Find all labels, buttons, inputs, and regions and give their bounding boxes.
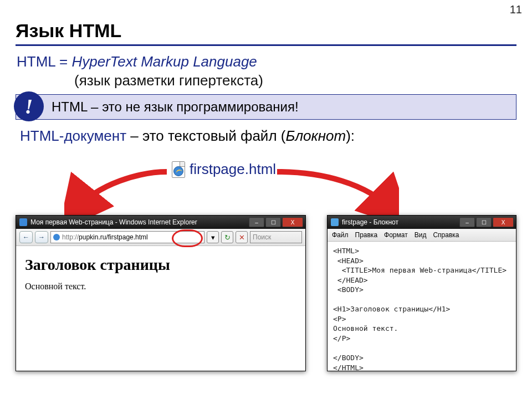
doc-line-italic: Блокнот <box>285 127 346 144</box>
refresh-button[interactable]: ↻ <box>221 231 233 243</box>
maximize-button[interactable]: ☐ <box>476 217 492 227</box>
definition-line-2: (язык разметки гипертекста) <box>74 72 263 89</box>
nav-back-button[interactable]: ← <box>19 231 33 243</box>
stop-button[interactable]: ✕ <box>236 231 248 243</box>
notepad-title: firstpage - Блокнот <box>342 218 398 226</box>
notepad-menubar: Файл Правка Формат Вид Справка <box>328 229 516 242</box>
browser-viewport: Заголовок страницы Основной текст. <box>16 246 305 299</box>
notepad-window: firstpage - Блокнот – ☐ X Файл Правка Фо… <box>327 215 516 371</box>
page-heading: Заголовок страницы <box>25 256 296 274</box>
minimize-button[interactable]: – <box>459 217 475 227</box>
page-number: 11 <box>510 3 522 16</box>
alert-box: ! HTML – это не язык программирования! <box>16 94 516 120</box>
close-button[interactable]: X <box>493 217 514 227</box>
nav-forward-button[interactable]: → <box>35 231 48 243</box>
arrow-left-icon <box>64 166 170 216</box>
slide-title: Язык HTML <box>16 20 121 42</box>
search-input[interactable]: Поиск <box>250 231 302 243</box>
address-protocol: http:// <box>62 233 79 241</box>
address-url: pupkin.ru/firstpage.html <box>79 233 148 241</box>
notepad-text-area[interactable]: <HTML> <HEAD> <TITLE>Моя первая Web-стра… <box>328 242 516 377</box>
file-name: firstpage.html <box>190 161 276 178</box>
browser-title: Моя первая Web-страница - Windows Intern… <box>30 218 197 226</box>
alert-text: HTML – это не язык программирования! <box>52 99 299 115</box>
url-highlight-oval <box>172 229 203 247</box>
menu-edit[interactable]: Правка <box>355 231 378 239</box>
address-dropdown-button[interactable]: ▾ <box>207 231 219 243</box>
address-ie-icon <box>53 234 60 241</box>
html-file-icon <box>172 161 185 178</box>
menu-help[interactable]: Справка <box>433 231 459 239</box>
doc-line-end: ): <box>346 127 355 144</box>
address-bar[interactable]: http://pupkin.ru/firstpage.html <box>50 231 204 243</box>
doc-line-key: HTML-документ <box>20 127 126 144</box>
menu-file[interactable]: Файл <box>332 231 349 239</box>
definition-line-1: HTML = HyperText Markup Language <box>17 53 257 70</box>
browser-titlebar[interactable]: Моя первая Web-страница - Windows Intern… <box>16 216 305 229</box>
ie-icon <box>19 218 27 226</box>
browser-window: Моя первая Web-страница - Windows Intern… <box>16 215 306 371</box>
close-button[interactable]: X <box>282 217 303 227</box>
doc-line-mid: – это текстовый файл ( <box>126 127 285 144</box>
arrow-right-icon <box>272 166 399 216</box>
notepad-titlebar[interactable]: firstpage - Блокнот – ☐ X <box>328 216 516 229</box>
maximize-button[interactable]: ☐ <box>265 217 281 227</box>
browser-navbar: ← → http://pupkin.ru/firstpage.html ▾ ↻ … <box>16 229 305 246</box>
definition-expansion: HyperText Markup Language <box>71 53 257 70</box>
title-divider <box>16 44 516 46</box>
page-body-text: Основной текст. <box>25 282 296 291</box>
menu-view[interactable]: Вид <box>415 231 427 239</box>
minimize-button[interactable]: – <box>249 217 264 227</box>
document-line: HTML-документ – это текстовый файл (Блок… <box>20 127 355 145</box>
file-chip: firstpage.html <box>172 161 276 178</box>
exclamation-icon: ! <box>14 91 44 121</box>
menu-format[interactable]: Формат <box>384 231 408 239</box>
definition-lhs: HTML = <box>17 53 71 70</box>
notepad-icon <box>331 218 339 226</box>
